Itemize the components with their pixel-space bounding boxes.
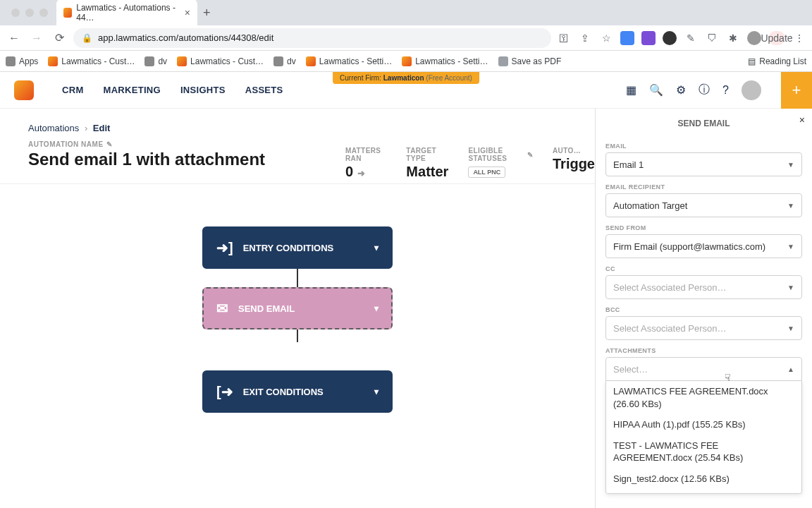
ext-icon-2[interactable]	[641, 31, 656, 45]
recipient-select[interactable]: Automation Target▼	[605, 193, 802, 217]
bookmark-3[interactable]: Lawmatics - Cust…	[177, 56, 264, 66]
url-text: app.lawmatics.com/automations/44308/edit	[98, 32, 273, 43]
tab-strip: Lawmatics - Automations - 44… × +	[0, 0, 812, 25]
nav-assets[interactable]: ASSETS	[245, 85, 283, 95]
bookmark-6[interactable]: Lawmatics - Setti…	[402, 56, 488, 66]
email-label: EMAIL	[605, 143, 802, 150]
reload-button[interactable]: ⟳	[51, 31, 68, 44]
stat-target-type: TARGET TYPE Matter	[406, 147, 448, 180]
chevron-down-icon: ▼	[787, 202, 794, 210]
stat-matters-ran: MATTERS RAN 0 ➜	[345, 147, 386, 180]
attachments-dropdown[interactable]: LAWMATICS FEE AGREEMENT.docx (26.60 KBs)…	[605, 381, 802, 494]
attachment-option[interactable]: TEST - LAWMATICS FEE AGREEMENT.docx (25.…	[606, 435, 801, 468]
attachment-option[interactable]: LAWMATICS FEE AGREEMENT.docx (26.60 KBs)	[606, 381, 801, 414]
profile-avatar[interactable]	[747, 31, 761, 45]
nav-insights[interactable]: INSIGHTS	[180, 85, 226, 95]
gear-icon[interactable]: ⚙	[676, 83, 686, 97]
stat-automation-type: AUTO… Trigge	[553, 147, 595, 172]
ext-icon-1[interactable]	[620, 31, 634, 45]
nav-crm[interactable]: CRM	[62, 85, 84, 95]
reading-list-button[interactable]: ▤ Reading List	[748, 56, 806, 66]
star-icon[interactable]: ☆	[599, 31, 613, 45]
address-bar: ← → ⟳ 🔒 app.lawmatics.com/automations/44…	[0, 25, 812, 51]
tab-favicon	[63, 8, 72, 18]
nav-marketing[interactable]: MARKETING	[104, 85, 161, 95]
breadcrumb-root[interactable]: Automations	[28, 123, 79, 133]
attachment-option[interactable]: Sign_test2.docx (12.56 KBs)	[606, 468, 801, 490]
status-badge: ALL PNC	[468, 167, 505, 178]
attachments-select[interactable]: Select…▲	[605, 357, 802, 381]
app-logo[interactable]	[14, 80, 34, 100]
key-icon[interactable]: ⚿	[557, 31, 571, 45]
chevron-down-icon[interactable]: ▾	[374, 303, 379, 313]
node-exit-conditions[interactable]: [➜ EXIT CONDITIONS ▾	[202, 370, 393, 413]
forward-button[interactable]: →	[28, 32, 45, 44]
chevron-down-icon: ▼	[787, 325, 794, 332]
window-controls[interactable]	[6, 8, 56, 17]
tab-title: Lawmatics - Automations - 44…	[76, 3, 180, 23]
edit-icon[interactable]: ✎	[684, 31, 698, 45]
bookmark-7[interactable]: Save as PDF	[498, 56, 562, 66]
url-field[interactable]: 🔒 app.lawmatics.com/automations/44308/ed…	[73, 28, 551, 48]
chevron-down-icon[interactable]: ▾	[374, 243, 379, 253]
chevron-down-icon: ▼	[787, 243, 794, 250]
chevron-down-icon: ▼	[787, 161, 794, 169]
cc-select[interactable]: Select Associated Person…▼	[605, 275, 802, 299]
bookmark-bar: Apps Lawmatics - Cust… dv Lawmatics - Cu…	[0, 51, 812, 72]
node-entry-conditions[interactable]: ➜] ENTRY CONDITIONS ▾	[202, 226, 393, 269]
chevron-down-icon: ▼	[787, 284, 794, 291]
panel-title: SEND EMAIL	[605, 119, 802, 128]
stat-eligible-statuses: ELIGIBLE STATUSES ✎ ALL PNC	[468, 147, 533, 178]
tab-close-icon[interactable]: ×	[185, 7, 190, 18]
arrow-icon[interactable]: ➜	[357, 168, 365, 179]
add-button[interactable]: +	[781, 72, 812, 109]
info-icon[interactable]: ⓘ	[699, 83, 710, 97]
attachment-option[interactable]: LAWMATICS FEE AGREEMENT.docx (12.06 KBs)	[606, 489, 801, 494]
exit-icon: [➜	[216, 383, 233, 400]
new-tab-button[interactable]: +	[203, 6, 211, 20]
mail-icon: ✉	[216, 300, 228, 317]
attachments-label: ATTACHMENTS	[605, 347, 802, 354]
apps-bookmark[interactable]: Apps	[6, 56, 38, 66]
reading-list-icon: ▤	[748, 56, 756, 66]
chevron-right-icon: ›	[85, 123, 87, 133]
bcc-label: BCC	[605, 306, 802, 313]
user-avatar[interactable]	[742, 80, 761, 100]
attachment-option[interactable]: HIPAA Auth (1).pdf (155.25 KBs)	[606, 414, 801, 435]
lock-icon: 🔒	[82, 33, 92, 43]
enter-icon: ➜]	[216, 239, 233, 256]
canvas-area: Automations › Edit AUTOMATION NAME ✎ Sen…	[0, 109, 595, 508]
recipient-label: EMAIL RECIPIENT	[605, 183, 802, 190]
extensions-icon[interactable]: ✱	[726, 31, 740, 45]
send-email-panel: × SEND EMAIL EMAIL Email 1▼ EMAIL RECIPI…	[595, 109, 812, 508]
email-select[interactable]: Email 1▼	[605, 152, 802, 176]
cc-label: CC	[605, 265, 802, 272]
bookmark-4[interactable]: dv	[273, 56, 296, 66]
browser-tab[interactable]: Lawmatics - Automations - 44… ×	[56, 0, 197, 27]
shield-icon[interactable]: ⛉	[705, 31, 719, 45]
bookmark-1[interactable]: Lawmatics - Cust…	[48, 56, 135, 66]
app-header: CRM MARKETING INSIGHTS ASSETS Current Fi…	[0, 72, 812, 109]
close-icon[interactable]: ×	[799, 114, 805, 126]
bookmark-5[interactable]: Lawmatics - Setti…	[306, 56, 392, 66]
send-from-select[interactable]: Firm Email (support@lawmatics.com)▼	[605, 234, 802, 258]
help-icon[interactable]: ?	[722, 84, 729, 97]
share-icon[interactable]: ⇪	[578, 31, 592, 45]
bookmark-2[interactable]: dv	[144, 56, 167, 66]
bcc-select[interactable]: Select Associated Person…▼	[605, 316, 802, 340]
search-icon[interactable]: 🔍	[649, 83, 663, 97]
chevron-down-icon[interactable]: ▾	[374, 387, 379, 397]
breadcrumb: Automations › Edit	[28, 123, 567, 133]
pencil-icon[interactable]: ✎	[527, 151, 533, 159]
update-button[interactable]: Update	[768, 31, 785, 45]
menu-icon[interactable]: ⋮	[792, 31, 806, 45]
pencil-icon[interactable]: ✎	[106, 140, 113, 148]
firm-banner[interactable]: Current Firm: Lawmaticon (Free Account)	[333, 72, 479, 84]
ext-icon-3[interactable]	[663, 31, 677, 45]
calendar-icon[interactable]: ▦	[626, 83, 636, 97]
send-from-label: SEND FROM	[605, 224, 802, 231]
breadcrumb-leaf: Edit	[93, 123, 111, 133]
chevron-up-icon: ▲	[787, 365, 794, 373]
node-send-email[interactable]: ✉ SEND EMAIL ▾	[202, 287, 393, 329]
back-button[interactable]: ←	[6, 32, 23, 44]
